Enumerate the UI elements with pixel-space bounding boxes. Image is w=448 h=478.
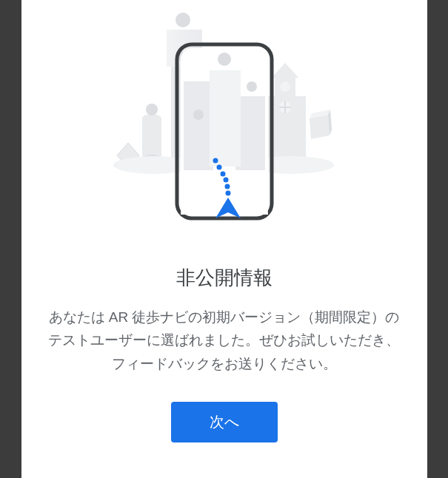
svg-point-28 bbox=[224, 184, 230, 189]
onboarding-dialog: 非公開情報 あなたは AR 徒歩ナビの初期バージョン（期間限定）のテストユーザー… bbox=[21, 0, 427, 478]
svg-point-20 bbox=[193, 110, 204, 120]
svg-point-12 bbox=[280, 81, 290, 92]
svg-point-21 bbox=[218, 53, 231, 66]
svg-rect-17 bbox=[184, 81, 213, 170]
next-button[interactable]: 次へ bbox=[171, 402, 278, 442]
svg-point-26 bbox=[220, 172, 225, 177]
svg-point-8 bbox=[175, 13, 190, 27]
dialog-title: 非公開情報 bbox=[176, 265, 273, 291]
svg-rect-19 bbox=[210, 70, 241, 166]
svg-point-29 bbox=[225, 191, 230, 196]
svg-point-24 bbox=[213, 158, 218, 164]
svg-point-25 bbox=[216, 165, 221, 170]
illustration-container bbox=[39, 0, 409, 244]
svg-point-27 bbox=[223, 178, 228, 183]
dialog-description: あなたは AR 徒歩ナビの初期バージョン（期間限定）のテストユーザーに選ばれまし… bbox=[39, 306, 409, 375]
svg-point-3 bbox=[146, 104, 158, 115]
svg-point-22 bbox=[247, 81, 257, 92]
ar-navigation-illustration-icon bbox=[84, 11, 365, 233]
svg-rect-1 bbox=[142, 118, 161, 159]
